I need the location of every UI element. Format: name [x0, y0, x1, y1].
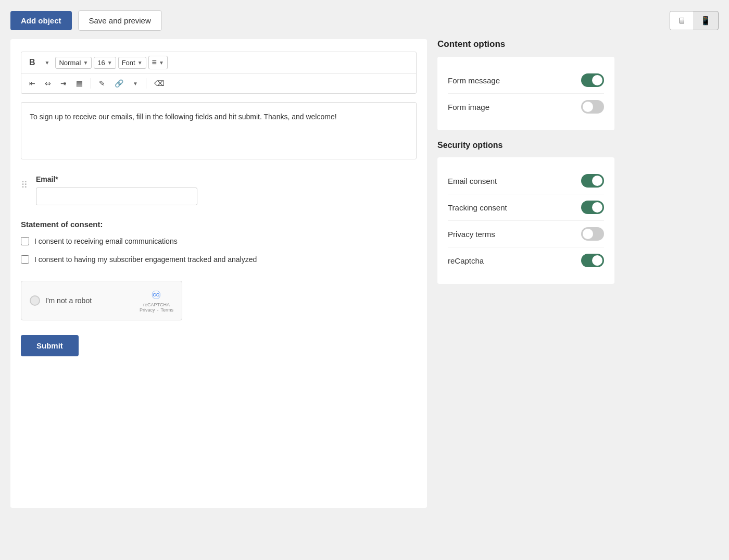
- mobile-view-button[interactable]: 📱: [693, 11, 718, 30]
- recaptcha-terms-link[interactable]: Terms: [161, 307, 174, 313]
- style-chevron-icon: ▼: [83, 60, 88, 66]
- sidebar: Content options Form message Form image …: [437, 39, 614, 294]
- link-dropdown-icon: ▼: [133, 81, 138, 86]
- drag-handle[interactable]: ⠿: [21, 179, 29, 191]
- align-left-button[interactable]: ⇤: [26, 77, 39, 90]
- device-toggle: 🖥 📱: [670, 11, 719, 30]
- email-field-label: Email*: [36, 175, 417, 183]
- form-image-row: Form image: [448, 94, 604, 120]
- form-message-toggle[interactable]: [581, 73, 604, 87]
- rte-separator-1: [91, 78, 91, 89]
- add-object-button[interactable]: Add object: [10, 11, 72, 30]
- bold-button[interactable]: B: [26, 55, 39, 70]
- size-select-value: 16: [97, 59, 105, 67]
- consent-item-1: I consent to receiving email communicati…: [21, 236, 417, 247]
- content-options-title: Content options: [437, 39, 614, 49]
- form-image-slider: [581, 100, 604, 114]
- align-right-button[interactable]: ⇥: [57, 77, 70, 90]
- align-justify-icon: ▤: [76, 79, 83, 88]
- bold-dropdown-icon: ▼: [45, 60, 50, 66]
- recaptcha-toggle[interactable]: [581, 254, 604, 267]
- form-image-label: Form image: [448, 103, 489, 111]
- align-right-icon: ⇥: [60, 79, 67, 88]
- email-field-section: ⠿ Email*: [21, 175, 417, 205]
- consent-title: Statement of consent:: [21, 220, 417, 229]
- style-select[interactable]: Normal ▼: [55, 57, 92, 69]
- list-chevron-icon: ▼: [159, 60, 164, 66]
- align-center-button[interactable]: ⇔: [41, 77, 55, 90]
- email-consent-toggle[interactable]: [581, 174, 604, 188]
- top-toolbar: Add object Save and preview 🖥 📱: [10, 10, 719, 31]
- recaptcha-row: reCaptcha: [448, 247, 604, 273]
- privacy-terms-slider: [581, 227, 604, 241]
- link-button[interactable]: 🔗: [111, 77, 127, 90]
- rte-separator-2: [146, 78, 146, 89]
- privacy-terms-toggle[interactable]: [581, 227, 604, 241]
- rte-row-2: ⇤ ⇔ ⇥ ▤ ✎ 🔗 ▼: [21, 73, 416, 93]
- font-select-value: Font: [122, 59, 135, 67]
- erase-icon: ⌫: [154, 79, 165, 88]
- form-message-slider: [581, 73, 604, 87]
- size-select[interactable]: 16 ▼: [94, 57, 116, 69]
- recaptcha-option-label: reCaptcha: [448, 256, 484, 265]
- body-text-content: To sign up to receive our emails, fill i…: [30, 113, 337, 121]
- font-select[interactable]: Font ▼: [118, 57, 146, 69]
- rte-row-1: B ▼ Normal ▼ 16 ▼ Font ▼: [21, 52, 416, 73]
- consent-checkbox-2[interactable]: [21, 255, 29, 264]
- tracking-consent-label: Tracking consent: [448, 203, 507, 212]
- recaptcha-right: ♾ reCAPTCHA Privacy - Terms: [140, 289, 173, 313]
- recaptcha-brand-label: reCAPTCHA: [140, 302, 173, 307]
- privacy-terms-row: Privacy terms: [448, 221, 604, 247]
- recaptcha-separator: -: [157, 307, 159, 313]
- recaptcha-slider: [581, 254, 604, 267]
- consent-label-2: I consent to having my subscriber engage…: [34, 254, 257, 265]
- align-left-icon: ⇤: [29, 79, 35, 88]
- desktop-view-button[interactable]: 🖥: [670, 11, 693, 30]
- align-center-icon: ⇔: [45, 79, 51, 88]
- form-image-toggle[interactable]: [581, 100, 604, 114]
- style-select-value: Normal: [59, 59, 81, 67]
- color-picker-button[interactable]: ✎: [95, 77, 109, 90]
- align-justify-button[interactable]: ▤: [72, 77, 86, 90]
- recaptcha-left: I'm not a robot: [30, 295, 92, 306]
- consent-checkbox-1[interactable]: [21, 237, 29, 245]
- email-consent-label: Email consent: [448, 177, 497, 185]
- recaptcha-label: I'm not a robot: [45, 296, 92, 305]
- required-marker: *: [55, 175, 58, 183]
- email-consent-row: Email consent: [448, 168, 604, 194]
- email-field-inner: Email*: [36, 175, 417, 205]
- main-layout: B ▼ Normal ▼ 16 ▼ Font ▼: [10, 39, 719, 508]
- font-chevron-icon: ▼: [137, 60, 143, 66]
- email-input[interactable]: [36, 188, 197, 205]
- recaptcha-links: Privacy - Terms: [140, 307, 173, 313]
- link-icon: 🔗: [115, 79, 123, 88]
- tracking-consent-toggle[interactable]: [581, 201, 604, 214]
- size-chevron-icon: ▼: [107, 60, 112, 66]
- form-message-row: Form message: [448, 67, 604, 94]
- recaptcha-box: I'm not a robot ♾ reCAPTCHA Privacy - Te…: [21, 281, 182, 320]
- tracking-consent-slider: [581, 201, 604, 214]
- editor-panel: B ▼ Normal ▼ 16 ▼ Font ▼: [10, 39, 427, 508]
- submit-button[interactable]: Submit: [21, 335, 79, 356]
- security-options-card: Email consent Tracking consent Privacy t…: [437, 157, 614, 284]
- link-dropdown-button[interactable]: ▼: [129, 78, 142, 89]
- consent-item-2: I consent to having my subscriber engage…: [21, 254, 417, 265]
- bold-dropdown-button[interactable]: ▼: [41, 57, 54, 68]
- color-picker-icon: ✎: [99, 79, 105, 88]
- email-consent-slider: [581, 174, 604, 188]
- consent-section: Statement of consent: I consent to recei…: [21, 220, 417, 265]
- save-preview-button[interactable]: Save and preview: [78, 10, 162, 31]
- body-text-area[interactable]: To sign up to receive our emails, fill i…: [21, 102, 417, 159]
- security-options-title: Security options: [437, 141, 614, 150]
- recaptcha-privacy-link[interactable]: Privacy: [140, 307, 155, 313]
- content-options-card: Form message Form image: [437, 57, 614, 130]
- recaptcha-logo-icon: ♾: [140, 289, 173, 302]
- privacy-terms-label: Privacy terms: [448, 230, 495, 239]
- erase-format-button[interactable]: ⌫: [150, 77, 168, 90]
- list-select[interactable]: ≡ ▼: [148, 56, 168, 69]
- consent-label-1: I consent to receiving email communicati…: [34, 236, 178, 247]
- rte-toolbar: B ▼ Normal ▼ 16 ▼ Font ▼: [21, 52, 417, 94]
- form-message-label: Form message: [448, 76, 500, 85]
- recaptcha-checkbox[interactable]: [30, 295, 40, 306]
- tracking-consent-row: Tracking consent: [448, 194, 604, 221]
